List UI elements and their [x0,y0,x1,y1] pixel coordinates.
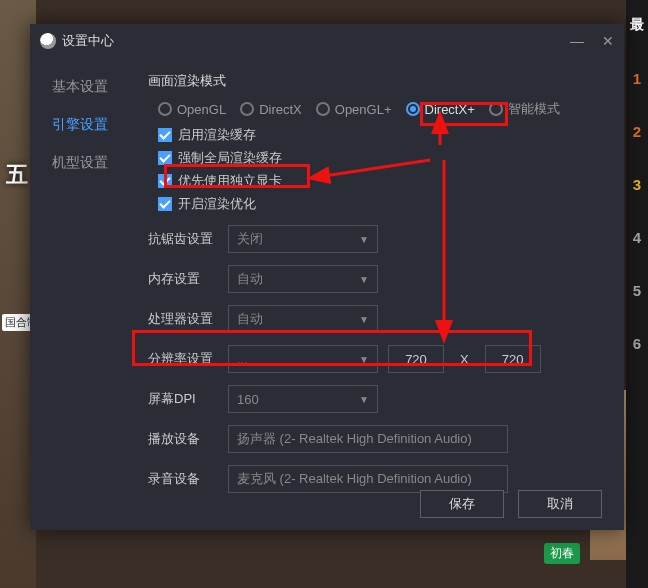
check-discrete-gpu[interactable]: 优先使用独立显卡 [158,172,602,190]
cpu-select[interactable]: 自动 ▼ [228,305,378,333]
check-render-cache[interactable]: 启用渲染缓存 [158,126,602,144]
chevron-down-icon: ▼ [359,314,369,325]
radio-directx[interactable]: DirectX [240,102,302,117]
settings-modal: 设置中心 — ✕ 基本设置 引擎设置 机型设置 画面渲染模式 OpenGL Di… [30,24,624,530]
playback-label: 播放设备 [148,430,218,448]
titlebar: 设置中心 — ✕ [30,24,624,58]
minimize-button[interactable]: — [570,33,584,49]
footer-buttons: 保存 取消 [420,490,602,518]
playback-device[interactable]: 扬声器 (2- Realtek High Definition Audio) [228,425,508,453]
render-mode-title: 画面渲染模式 [148,72,602,90]
sidebar-item-engine[interactable]: 引擎设置 [30,106,138,144]
antialias-label: 抗锯齿设置 [148,230,218,248]
sidebar-item-basic[interactable]: 基本设置 [30,68,138,106]
cancel-button[interactable]: 取消 [518,490,602,518]
cpu-label: 处理器设置 [148,310,218,328]
check-global-cache[interactable]: 强制全局渲染缓存 [158,149,602,167]
content-panel: 画面渲染模式 OpenGL DirectX OpenGL+ DirectX+ 智… [138,58,624,530]
check-render-opt[interactable]: 开启渲染优化 [158,195,602,213]
dpi-label: 屏幕DPI [148,390,218,408]
close-button[interactable]: ✕ [602,33,614,49]
resolution-label: 分辨率设置 [148,350,218,368]
app-icon [40,33,56,49]
tag-spring: 初春 [544,543,580,564]
memory-select[interactable]: 自动 ▼ [228,265,378,293]
chevron-down-icon: ▼ [359,354,369,365]
antialias-select[interactable]: 关闭 ▼ [228,225,378,253]
sidebar: 基本设置 引擎设置 机型设置 [30,58,138,530]
resolution-select[interactable]: ... ▼ [228,345,378,373]
chevron-down-icon: ▼ [359,274,369,285]
render-mode-radios: OpenGL DirectX OpenGL+ DirectX+ 智能模式 [158,100,602,118]
dpi-select[interactable]: 160 ▼ [228,385,378,413]
bg-char: 五 [6,160,28,190]
save-button[interactable]: 保存 [420,490,504,518]
radio-openglplus[interactable]: OpenGL+ [316,102,392,117]
radio-smart[interactable]: 智能模式 [489,100,560,118]
record-label: 录音设备 [148,470,218,488]
sidebar-item-model[interactable]: 机型设置 [30,144,138,182]
radio-opengl[interactable]: OpenGL [158,102,226,117]
resolution-height[interactable]: 720 [485,345,541,373]
resolution-width[interactable]: 720 [388,345,444,373]
render-checkboxes: 启用渲染缓存 强制全局渲染缓存 优先使用独立显卡 开启渲染优化 [158,126,602,213]
record-device[interactable]: 麦克风 (2- Realtek High Definition Audio) [228,465,508,493]
memory-label: 内存设置 [148,270,218,288]
radio-directxplus[interactable]: DirectX+ [406,102,475,117]
resolution-sep: X [454,352,475,367]
window-title: 设置中心 [62,32,114,50]
chevron-down-icon: ▼ [359,234,369,245]
chevron-down-icon: ▼ [359,394,369,405]
rank-strip: 最 1 2 3 4 5 6 [626,0,648,588]
